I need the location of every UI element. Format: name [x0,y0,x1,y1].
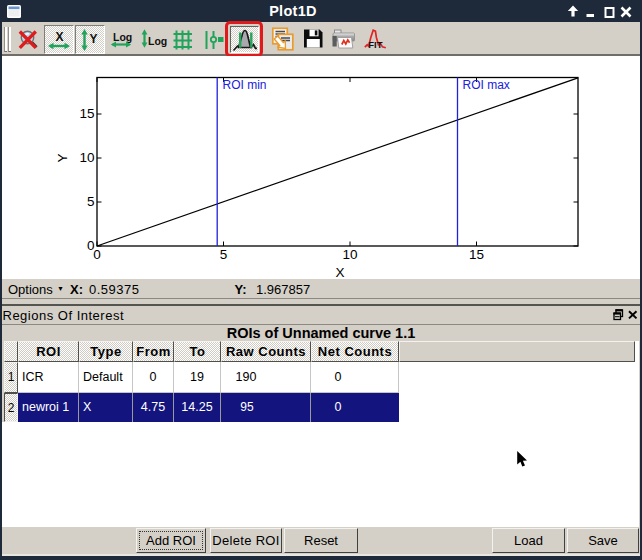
svg-text:10: 10 [79,150,94,165]
svg-text:X: X [55,30,63,44]
svg-text:5: 5 [87,194,95,209]
svg-text:15: 15 [79,106,94,121]
svg-text:X: X [335,265,344,280]
svg-text:Log: Log [148,35,167,47]
svg-text:Y: Y [89,32,97,46]
svg-text:10: 10 [342,247,357,262]
svg-text:ROI max: ROI max [463,78,510,92]
svg-text:0: 0 [87,238,95,253]
svg-text:Log: Log [113,31,132,43]
svg-text:FIT: FIT [368,39,382,50]
svg-text:5: 5 [220,247,228,262]
svg-text:ROI min: ROI min [223,78,267,92]
svg-text:15: 15 [469,247,484,262]
svg-text:Y: Y [55,153,70,162]
